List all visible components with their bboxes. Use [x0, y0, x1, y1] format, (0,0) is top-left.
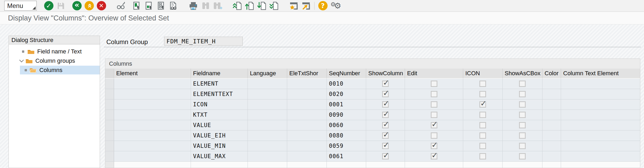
- column-header[interactable]: Column Text Element: [561, 69, 640, 79]
- cell-language[interactable]: [248, 79, 287, 89]
- cell-showcolumn[interactable]: [366, 79, 405, 89]
- select-block-button[interactable]: [143, 0, 155, 11]
- column-header[interactable]: SeqNumber: [327, 69, 366, 79]
- previous-page-button[interactable]: [244, 0, 256, 11]
- help-button[interactable]: [317, 0, 329, 11]
- cell-showascbox[interactable]: [503, 120, 542, 131]
- cell-eletxtshor[interactable]: [287, 162, 327, 168]
- cell-element[interactable]: [114, 162, 191, 168]
- column-header[interactable]: ICON: [463, 69, 503, 79]
- cell-showcolumn[interactable]: [366, 89, 405, 99]
- cell-fieldname[interactable]: VALUE_EIH: [191, 131, 248, 141]
- row-selector[interactable]: [105, 120, 114, 131]
- cell-edit[interactable]: [405, 99, 463, 110]
- showcolumn-checkbox[interactable]: [382, 101, 389, 108]
- cell-eletxtshor[interactable]: [287, 151, 327, 162]
- showcolumn-checkbox[interactable]: [382, 143, 389, 149]
- find-next-button[interactable]: [212, 0, 224, 11]
- showcolumn-checkbox[interactable]: [382, 153, 389, 159]
- cell-element[interactable]: [114, 131, 191, 141]
- cell-icon[interactable]: [463, 110, 503, 120]
- edit-checkbox[interactable]: [431, 91, 437, 97]
- icon-checkbox[interactable]: [479, 112, 486, 118]
- showcolumn-checkbox[interactable]: [382, 132, 389, 139]
- cell-element[interactable]: [114, 89, 191, 99]
- row-selector[interactable]: [105, 99, 114, 110]
- cell-icon[interactable]: [463, 141, 503, 151]
- cell-column_text_element[interactable]: [561, 99, 640, 110]
- edit-checkbox[interactable]: [431, 143, 437, 149]
- showcolumn-checkbox[interactable]: [382, 122, 389, 128]
- back-button[interactable]: [71, 0, 83, 11]
- cell-showcolumn[interactable]: [366, 131, 405, 141]
- showascbox-checkbox[interactable]: [519, 81, 526, 87]
- cell-showcolumn[interactable]: [366, 99, 405, 110]
- cell-fieldname[interactable]: ELEMENT: [191, 79, 248, 89]
- column-header[interactable]: Fieldname: [191, 69, 248, 79]
- cell-eletxtshor[interactable]: [287, 110, 327, 120]
- cell-icon[interactable]: [463, 89, 503, 99]
- showcolumn-checkbox[interactable]: [382, 81, 389, 87]
- cell-showascbox[interactable]: [503, 162, 542, 168]
- cell-color[interactable]: [542, 131, 561, 141]
- cell-icon[interactable]: [463, 131, 503, 141]
- icon-checkbox[interactable]: [479, 91, 486, 97]
- cell-fieldname[interactable]: ELEMENTTEXT: [191, 89, 248, 99]
- cell-eletxtshor[interactable]: [287, 120, 327, 131]
- cell-fieldname[interactable]: VALUE_MAX: [191, 151, 248, 162]
- cell-showascbox[interactable]: [503, 110, 542, 120]
- menu-dropdown[interactable]: Menu: [4, 1, 37, 11]
- cell-color[interactable]: [542, 141, 561, 151]
- column-header[interactable]: Language: [248, 69, 287, 79]
- cell-seqnumber[interactable]: 0001: [327, 99, 366, 110]
- cell-seqnumber[interactable]: 0061: [327, 151, 366, 162]
- tree-item-column-groups[interactable]: Column groups: [9, 56, 100, 65]
- column-header[interactable]: ShowColumn: [366, 69, 405, 79]
- cell-showcolumn[interactable]: [366, 151, 405, 162]
- cell-seqnumber[interactable]: 0090: [327, 110, 366, 120]
- find-button[interactable]: [199, 0, 212, 11]
- cell-icon[interactable]: [463, 99, 503, 110]
- cell-edit[interactable]: [405, 131, 463, 141]
- exit-button[interactable]: [83, 0, 95, 11]
- cell-seqnumber[interactable]: [327, 162, 366, 168]
- first-page-button[interactable]: [231, 0, 244, 11]
- cell-eletxtshor[interactable]: [287, 79, 327, 89]
- showascbox-checkbox[interactable]: [519, 132, 526, 139]
- cell-showascbox[interactable]: [503, 79, 542, 89]
- cell-fieldname[interactable]: KTXT: [191, 110, 248, 120]
- cell-eletxtshor[interactable]: [287, 89, 327, 99]
- row-selector[interactable]: [105, 110, 114, 120]
- cell-edit[interactable]: [405, 151, 463, 162]
- cell-eletxtshor[interactable]: [287, 131, 327, 141]
- edit-checkbox[interactable]: [431, 122, 437, 128]
- cell-color[interactable]: [542, 120, 561, 131]
- cell-column_text_element[interactable]: [561, 141, 640, 151]
- cell-element[interactable]: [114, 110, 191, 120]
- cell-element[interactable]: [114, 141, 191, 151]
- showascbox-checkbox[interactable]: [519, 91, 526, 97]
- cell-fieldname[interactable]: VALUE: [191, 120, 248, 131]
- cell-color[interactable]: [542, 110, 561, 120]
- cell-color[interactable]: [542, 89, 561, 99]
- cell-language[interactable]: [248, 141, 287, 151]
- cell-edit[interactable]: [405, 162, 463, 168]
- save-button[interactable]: [55, 0, 67, 11]
- cell-showascbox[interactable]: [503, 89, 542, 99]
- cell-icon[interactable]: [463, 162, 503, 168]
- showcolumn-checkbox[interactable]: [382, 112, 389, 118]
- cell-seqnumber[interactable]: 0010: [327, 79, 366, 89]
- cell-element[interactable]: [114, 151, 191, 162]
- edit-checkbox[interactable]: [431, 153, 437, 159]
- cell-edit[interactable]: [405, 120, 463, 131]
- print-button[interactable]: [187, 0, 199, 11]
- cell-seqnumber[interactable]: 0059: [327, 141, 366, 151]
- row-selector[interactable]: [105, 162, 114, 168]
- cell-language[interactable]: [248, 162, 287, 168]
- cell-fieldname[interactable]: VALUE_MIN: [191, 141, 248, 151]
- cell-edit[interactable]: [405, 89, 463, 99]
- cell-eletxtshor[interactable]: [287, 141, 327, 151]
- cell-column_text_element[interactable]: [561, 79, 640, 89]
- cell-color[interactable]: [542, 151, 561, 162]
- cell-showascbox[interactable]: [503, 151, 542, 162]
